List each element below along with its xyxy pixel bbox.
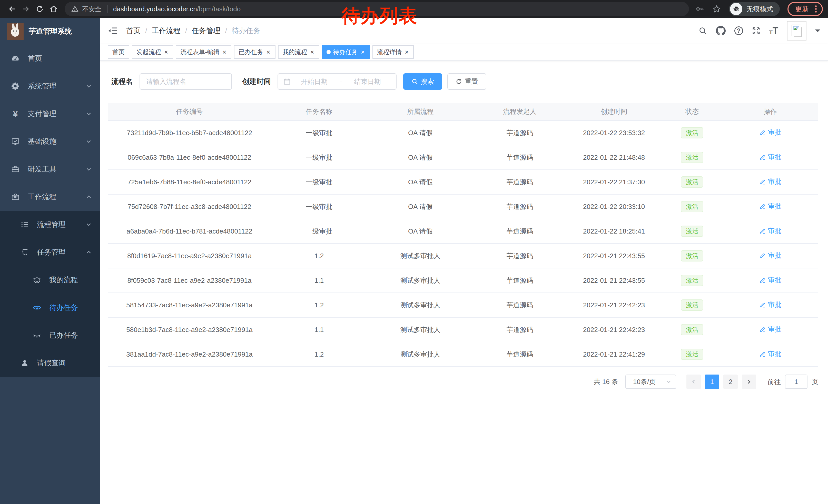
sidebar-item-payment[interactable]: ¥ 支付管理	[0, 100, 100, 128]
app-navbar: 首页 / 工作流程 / 任务管理 / 待办任务 ? TT	[100, 18, 828, 44]
security-chip[interactable]: 不安全	[71, 5, 101, 13]
cell-task-id: 381aa1dd-7ac8-11ec-a9e2-a2380e71991a	[108, 342, 271, 367]
approve-link[interactable]: 审批	[759, 202, 781, 211]
breadcrumb-workflow[interactable]: 工作流程	[152, 26, 180, 36]
table-row: 73211d9d-7b9b-11ec-b5b7-acde48001122 一级审…	[108, 121, 818, 145]
browser-menu-icon[interactable]	[813, 5, 819, 12]
status-badge: 激活	[681, 201, 703, 212]
tab-start-process[interactable]: 发起流程×	[132, 45, 173, 59]
header-create-time: 创建时间	[566, 103, 662, 121]
close-icon[interactable]: ×	[404, 49, 409, 55]
tab-home[interactable]: 首页	[108, 45, 129, 59]
sidebar-item-todo-tasks[interactable]: 待办任务	[0, 294, 100, 321]
page-size-select[interactable]: 10条/页	[625, 374, 676, 389]
page-button-1[interactable]: 1	[705, 374, 719, 389]
reset-button[interactable]: 重置	[447, 73, 486, 90]
sidebar-item-leave-query[interactable]: 请假查询	[0, 349, 100, 377]
app-logo[interactable]: 芋道管理系统	[0, 18, 100, 45]
sidebar-item-infrastructure[interactable]: 基础设施	[0, 128, 100, 155]
close-icon[interactable]: ×	[266, 49, 271, 55]
browser-forward-button[interactable]	[19, 2, 33, 16]
sidebar-item-home[interactable]: 首页	[0, 45, 100, 72]
password-key-icon[interactable]	[695, 4, 704, 13]
pen-icon	[759, 351, 766, 357]
fullscreen-icon[interactable]	[752, 27, 760, 35]
url-bar[interactable]: 不安全 dashboard.yudao.iocoder.cn/bpm/task/…	[65, 2, 689, 16]
approve-link[interactable]: 审批	[759, 226, 781, 235]
cell-status: 激活	[662, 317, 722, 342]
tab-done-tasks[interactable]: 已办任务×	[234, 45, 275, 59]
active-dot-icon	[327, 50, 331, 54]
browser-home-button[interactable]	[47, 2, 60, 16]
status-badge: 激活	[681, 300, 703, 311]
pen-icon	[759, 154, 766, 161]
prev-page-button[interactable]	[687, 374, 701, 389]
github-icon[interactable]	[716, 26, 726, 36]
sidebar-item-dev-tools[interactable]: 研发工具	[0, 155, 100, 183]
approve-link[interactable]: 审批	[759, 276, 781, 284]
search-button[interactable]: 搜索	[403, 73, 442, 90]
close-icon[interactable]: ×	[310, 49, 315, 55]
approve-link[interactable]: 审批	[759, 152, 781, 162]
approve-link[interactable]: 审批	[759, 325, 781, 334]
create-time-label: 创建时间	[242, 77, 271, 86]
tab-my-processes[interactable]: 我的流程×	[278, 45, 319, 59]
close-icon[interactable]: ×	[222, 49, 227, 55]
cell-task-id: 580e1b3d-7ac8-11ec-a9e2-a2380e71991a	[108, 317, 271, 342]
search-icon[interactable]	[699, 27, 707, 35]
browser-toolbar: 不安全 dashboard.yudao.iocoder.cn/bpm/task/…	[0, 0, 828, 18]
browser-back-button[interactable]	[5, 2, 19, 16]
browser-update-button[interactable]: 更新	[787, 2, 823, 16]
avatar-caret-icon[interactable]	[815, 30, 820, 35]
goto-page-input[interactable]	[785, 374, 808, 389]
list-icon	[20, 221, 29, 229]
sidebar-item-label: 系统管理	[28, 81, 78, 91]
chevron-down-icon	[86, 83, 92, 89]
close-icon[interactable]: ×	[164, 49, 169, 55]
dashboard-icon	[11, 54, 20, 63]
avatar[interactable]	[787, 21, 806, 41]
url-text[interactable]: dashboard.yudao.iocoder.cn/bpm/task/todo	[113, 5, 241, 13]
incognito-label: 无痕模式	[746, 5, 773, 13]
browser-reload-button[interactable]	[33, 2, 47, 16]
approve-link[interactable]: 审批	[759, 251, 781, 260]
approve-link[interactable]: 审批	[759, 300, 781, 309]
sidebar-item-system[interactable]: 系统管理	[0, 72, 100, 100]
user-icon	[20, 359, 29, 367]
sidebar-item-process-management[interactable]: 流程管理	[0, 211, 100, 238]
tab-process-detail[interactable]: 流程详情×	[372, 45, 414, 59]
sidebar-item-workflow[interactable]: 工作流程	[0, 183, 100, 211]
font-size-icon[interactable]: TT	[769, 26, 778, 35]
help-icon[interactable]: ?	[734, 27, 743, 35]
sidebar-item-task-management[interactable]: 任务管理	[0, 238, 100, 266]
briefcase-icon	[11, 192, 20, 201]
tab-process-form-edit[interactable]: 流程表单-编辑×	[176, 45, 232, 59]
next-page-button[interactable]	[742, 374, 756, 389]
approve-link[interactable]: 审批	[759, 177, 781, 186]
sidebar-collapse-button[interactable]	[108, 26, 118, 36]
date-range-picker[interactable]: 开始日期 - 结束日期	[278, 73, 397, 90]
pagination-total: 共 16 条	[594, 377, 618, 386]
cell-status: 激活	[662, 121, 722, 145]
sidebar-item-my-processes[interactable]: 我的流程	[0, 266, 100, 294]
approve-link[interactable]: 审批	[759, 128, 781, 137]
sidebar-item-done-tasks[interactable]: 已办任务	[0, 321, 100, 349]
cell-create-time: 2022-01-21 22:43:55	[566, 243, 662, 268]
process-name-input[interactable]	[139, 73, 232, 90]
tab-todo-tasks[interactable]: 待办任务×	[322, 45, 370, 59]
cell-starter: 芋道源码	[474, 194, 566, 219]
header-status: 状态	[662, 103, 722, 121]
page-button-2[interactable]: 2	[723, 374, 738, 389]
cell-process: 测试多审批人	[367, 268, 474, 293]
cell-task-name: 一级审批	[271, 219, 367, 243]
incognito-profile-chip[interactable]: 无痕模式	[729, 2, 780, 16]
breadcrumb-current: 待办任务	[232, 26, 260, 36]
breadcrumb: 首页 / 工作流程 / 任务管理 / 待办任务	[126, 26, 260, 36]
approve-link[interactable]: 审批	[759, 350, 781, 358]
app-title: 芋道管理系统	[29, 27, 72, 36]
breadcrumb-task-management[interactable]: 任务管理	[192, 26, 220, 36]
breadcrumb-home[interactable]: 首页	[126, 26, 140, 36]
bookmark-star-icon[interactable]	[712, 4, 721, 13]
cell-process: 测试多审批人	[367, 293, 474, 317]
close-icon[interactable]: ×	[360, 49, 365, 55]
